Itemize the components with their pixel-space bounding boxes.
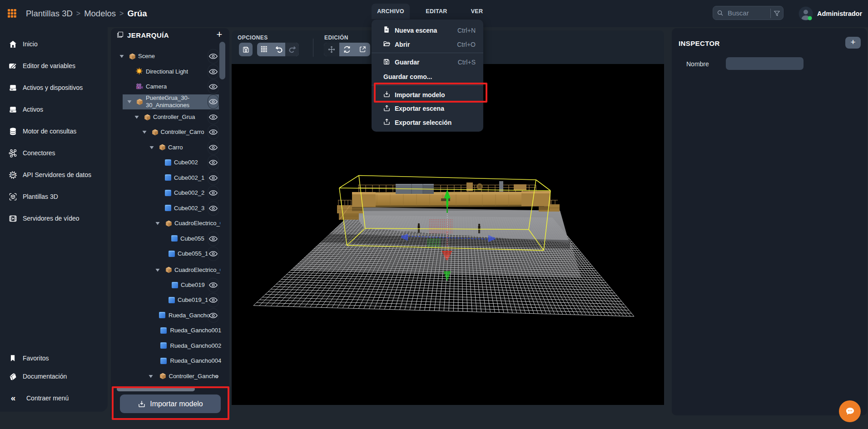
svg-text:API: API xyxy=(11,174,15,176)
